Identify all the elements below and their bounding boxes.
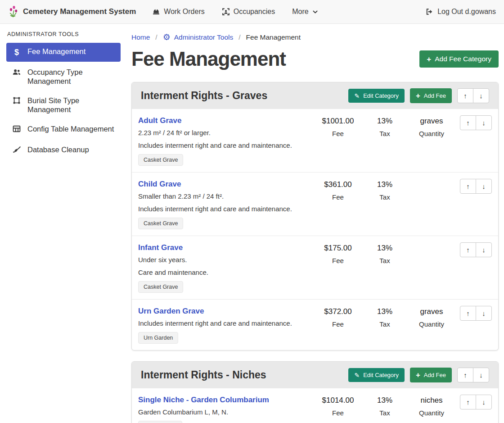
move-fee-down-button[interactable]: ↓ — [476, 115, 492, 130]
fee-name-link[interactable]: Child Grave — [138, 180, 181, 189]
gear-icon: ⚙ — [163, 33, 171, 41]
fee-amount-column: $372.00 Fee — [315, 306, 361, 328]
nav-more-menu[interactable]: More — [292, 8, 318, 16]
dollar-icon: $ — [12, 47, 22, 58]
add-fee-label: Add Fee — [424, 372, 446, 378]
fee-reorder-group: ↑ ↓ — [460, 395, 492, 409]
tax-value: 13% — [361, 396, 408, 405]
tax-value: 13% — [361, 180, 408, 189]
fee-name-link[interactable]: Urn Garden Grave — [138, 307, 204, 316]
fee-name-link[interactable]: Infant Grave — [138, 243, 183, 252]
plus-icon: + — [427, 55, 431, 63]
fee-name-link[interactable]: Adult Grave — [138, 116, 181, 125]
fee-type-badge: Urn Garden — [138, 332, 178, 344]
edit-category-button[interactable]: ✎ Edit Category — [348, 89, 405, 103]
move-fee-down-button[interactable]: ↓ — [476, 179, 492, 194]
plus-icon: + — [416, 371, 420, 379]
fee-amount-label: Fee — [315, 130, 361, 137]
users-icon — [12, 68, 22, 78]
sidebar-item-fee-management[interactable]: $ Fee Management — [6, 43, 121, 62]
quantity-column: graves Quantity — [408, 115, 455, 137]
fee-reorder-group: ↑ ↓ — [460, 306, 492, 321]
occupant-frame-icon — [222, 8, 230, 16]
fee-description: Care and maintenance. — [138, 268, 311, 276]
move-category-down-button[interactable]: ↓ — [473, 368, 489, 382]
fee-amount: $175.00 — [315, 244, 361, 253]
fee-name-link[interactable]: Single Niche - Garden Columbarium — [138, 396, 269, 405]
category-title: Interment Rights - Niches — [141, 369, 343, 381]
fee-description: Under six years. — [138, 256, 311, 264]
app-title: Cemetery Management System — [23, 7, 136, 16]
fee-description: Includes interment right and care and ma… — [138, 205, 311, 213]
tax-value: 13% — [361, 244, 408, 253]
sidebar-item-occupancy-type[interactable]: Occupancy Type Management — [6, 64, 121, 90]
fee-description: Smaller than 2.23 m² / 24 ft². — [138, 192, 311, 200]
fee-amount-column: $175.00 Fee — [315, 242, 361, 264]
add-fee-category-button[interactable]: + Add Fee Category — [419, 50, 499, 68]
sidebar-item-database-cleanup[interactable]: Database Cleanup — [6, 141, 121, 160]
quantity-column — [408, 242, 455, 248]
nav-occupancies[interactable]: Occupancies — [222, 8, 275, 16]
fee-amount: $1014.00 — [315, 396, 361, 405]
add-fee-button[interactable]: + Add Fee — [410, 88, 452, 103]
quantity-column: graves Quantity — [408, 306, 455, 328]
move-fee-up-button[interactable]: ↑ — [460, 115, 476, 130]
sidebar-item-label: Database Cleanup — [27, 145, 89, 155]
hard-hat-icon — [152, 8, 160, 16]
fee-amount: $361.00 — [315, 180, 361, 189]
tax-column: 13% Tax — [361, 395, 408, 417]
sidebar-item-config-table[interactable]: Config Table Management — [6, 120, 121, 139]
breadcrumb-admin-tools-link[interactable]: ⚙ Administrator Tools — [163, 33, 234, 41]
edit-category-label: Edit Category — [363, 372, 399, 378]
edit-category-button[interactable]: ✎ Edit Category — [348, 368, 405, 382]
fee-amount-label: Fee — [315, 193, 361, 201]
table-icon — [12, 124, 22, 135]
plus-icon: + — [416, 92, 420, 100]
move-fee-down-button[interactable]: ↓ — [476, 395, 492, 409]
broom-icon — [12, 145, 22, 156]
move-category-up-button[interactable]: ↑ — [457, 88, 473, 103]
nav-occupancies-label: Occupancies — [234, 8, 275, 16]
tax-column: 13% Tax — [361, 242, 408, 264]
tax-label: Tax — [361, 257, 408, 264]
breadcrumb-home-link[interactable]: Home — [131, 33, 150, 41]
logout-label: Log Out d.gowans — [437, 8, 496, 16]
move-fee-up-button[interactable]: ↑ — [460, 179, 476, 194]
sidebar-heading: ADMINISTRATOR TOOLS — [7, 31, 121, 37]
app-brand[interactable]: Cemetery Management System — [8, 5, 136, 18]
move-category-down-button[interactable]: ↓ — [473, 88, 489, 103]
move-fee-down-button[interactable]: ↓ — [476, 306, 492, 321]
add-fee-button[interactable]: + Add Fee — [410, 368, 452, 382]
fee-category-card-niches: Interment Rights - Niches ✎ Edit Categor… — [131, 361, 499, 423]
quantity-column — [408, 179, 455, 184]
fee-amount-column: $1001.00 Fee — [315, 115, 361, 137]
fee-description: 2.23 m² / 24 ft² or larger. — [138, 129, 311, 136]
fee-amount-label: Fee — [315, 320, 361, 328]
tax-label: Tax — [361, 320, 408, 328]
logout-icon — [425, 8, 433, 16]
fee-amount-column: $361.00 Fee — [315, 179, 361, 201]
fee-row: Child Grave Smaller than 2.23 m² / 24 ft… — [132, 172, 498, 236]
nav-work-orders[interactable]: Work Orders — [152, 8, 204, 16]
move-fee-up-button[interactable]: ↑ — [460, 242, 476, 257]
breadcrumb-admin-tools-label: Administrator Tools — [174, 33, 234, 41]
tax-label: Tax — [361, 130, 408, 137]
quantity-label: Quantity — [408, 409, 455, 417]
move-category-up-button[interactable]: ↑ — [457, 368, 473, 382]
fee-row: Urn Garden Grave Includes interment righ… — [132, 299, 498, 350]
quantity-label: Quantity — [408, 320, 455, 328]
sidebar-item-burial-site-type[interactable]: Burial Site Type Management — [6, 92, 121, 118]
fee-amount: $1001.00 — [315, 117, 361, 126]
logout-button[interactable]: Log Out d.gowans — [425, 8, 496, 16]
quantity-label: Quantity — [408, 130, 455, 137]
fee-reorder-group: ↑ ↓ — [460, 242, 492, 257]
move-fee-down-button[interactable]: ↓ — [476, 242, 492, 257]
move-fee-up-button[interactable]: ↑ — [460, 306, 476, 321]
fee-row: Single Niche - Garden Columbarium Garden… — [132, 388, 498, 423]
move-fee-up-button[interactable]: ↑ — [460, 395, 476, 409]
quantity-column: niches Quantity — [408, 395, 455, 417]
page-title: Fee Management — [131, 48, 286, 70]
fee-type-badge: Casket Grave — [138, 154, 183, 166]
sidebar-item-label: Occupancy Type Management — [27, 68, 115, 86]
category-reorder-group: ↑ ↓ — [457, 88, 489, 103]
